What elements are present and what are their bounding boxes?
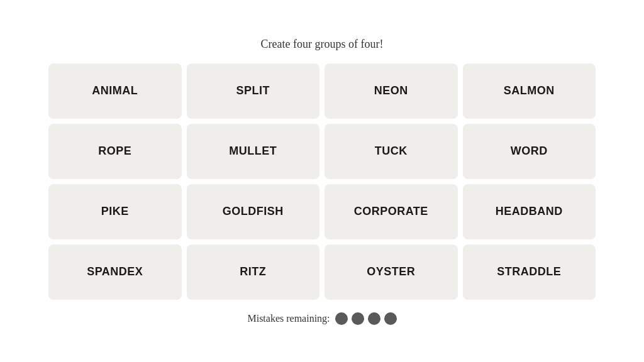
tile-label: GOLDFISH — [223, 205, 284, 218]
tile-oyster[interactable]: OYSTER — [325, 244, 458, 300]
tile-label: WORD — [511, 145, 548, 158]
tile-mullet[interactable]: MULLET — [187, 124, 320, 179]
tile-pike[interactable]: PIKE — [48, 184, 182, 239]
instructions-text: Create four groups of four! — [261, 38, 384, 51]
mistake-dot-1 — [335, 312, 348, 325]
tile-label: NEON — [374, 84, 408, 97]
tile-word[interactable]: WORD — [463, 124, 596, 179]
tile-straddle[interactable]: STRADDLE — [463, 244, 596, 300]
tile-label: HEADBAND — [496, 205, 563, 218]
tile-headband[interactable]: HEADBAND — [463, 184, 596, 239]
tile-goldfish[interactable]: GOLDFISH — [187, 184, 320, 239]
tile-label: TUCK — [375, 145, 408, 158]
mistake-dot-3 — [368, 312, 380, 325]
tile-corporate[interactable]: CORPORATE — [325, 184, 458, 239]
tile-animal[interactable]: ANIMAL — [48, 63, 182, 119]
tile-split[interactable]: SPLIT — [187, 63, 320, 119]
tile-label: MULLET — [229, 145, 277, 158]
mistakes-row: Mistakes remaining: — [247, 312, 396, 325]
tile-ritz[interactable]: RITZ — [187, 244, 320, 300]
mistake-dot-2 — [352, 312, 364, 325]
tile-spandex[interactable]: SPANDEX — [48, 244, 182, 300]
tile-label: OYSTER — [367, 265, 415, 278]
tile-label: STRADDLE — [497, 265, 561, 278]
tile-label: CORPORATE — [354, 205, 428, 218]
tile-label: SALMON — [504, 84, 555, 97]
mistakes-label: Mistakes remaining: — [247, 313, 330, 324]
tile-label: SPANDEX — [87, 265, 143, 278]
tile-label: ANIMAL — [92, 84, 138, 97]
tile-label: RITZ — [240, 265, 266, 278]
mistake-dot-4 — [384, 312, 397, 325]
game-container: Create four groups of four! ANIMALSPLITN… — [48, 38, 596, 325]
tile-label: ROPE — [98, 145, 131, 158]
tile-neon[interactable]: NEON — [325, 63, 458, 119]
tile-salmon[interactable]: SALMON — [463, 63, 596, 119]
tile-tuck[interactable]: TUCK — [325, 124, 458, 179]
tile-label: PIKE — [101, 205, 129, 218]
tile-grid: ANIMALSPLITNEONSALMONROPEMULLETTUCKWORDP… — [48, 63, 596, 300]
tile-label: SPLIT — [236, 84, 270, 97]
dots-container — [335, 312, 397, 325]
tile-rope[interactable]: ROPE — [48, 124, 182, 179]
